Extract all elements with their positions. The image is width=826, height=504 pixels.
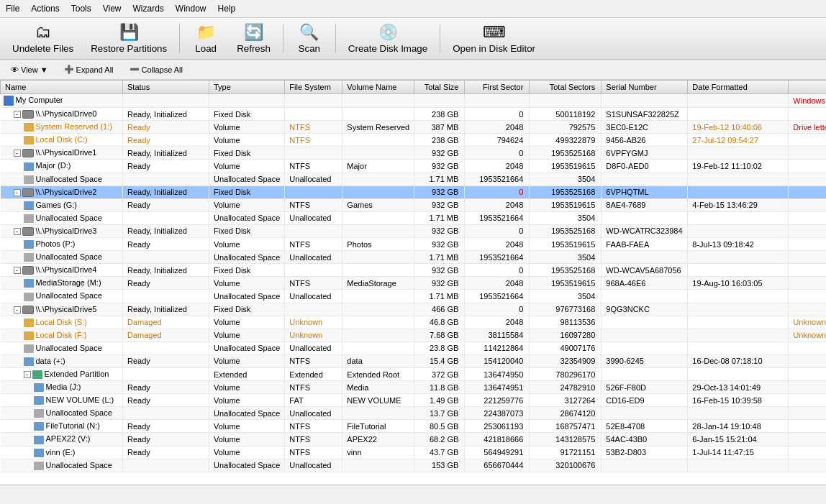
table-row[interactable]: -\\.\PhysicalDrive0Ready, InitializedFix… [1,108,827,121]
cell-firstsec: 114212864 [465,342,530,354]
table-row[interactable]: Media (J:)ReadyVolumeNTFSMedia11.8 GB136… [1,381,827,394]
table-row[interactable]: -\\.\PhysicalDrive4Ready, InitializedFix… [1,264,827,277]
cell-size: 68.2 GB [414,433,465,446]
table-row[interactable]: Unallocated SpaceUnallocated SpaceUnallo… [1,251,827,264]
collapse-all-icon: ➖ [130,65,140,74]
expand-btn[interactable]: - [14,306,21,313]
cell-size: 46.8 GB [414,316,465,329]
cell-serial: 53B2-D803 [602,446,688,459]
cell-size: 932 GB [414,160,465,173]
cell-type: Volume [209,329,285,342]
col-header-serial[interactable]: Serial Number [602,81,688,94]
table-row[interactable]: System Reserved (1:)ReadyVolumeNTFSSyste… [1,121,827,134]
table-row[interactable]: -Extended PartitionExtendedExtendedExten… [1,367,827,380]
collapse-all-button[interactable]: ➖ Collapse All [123,63,189,76]
table-row[interactable]: data (+:)ReadyVolumeNTFSdata15.4 GB15412… [1,354,827,367]
open-disk-editor-button[interactable]: ⌨ Open in Disk Editor [445,20,543,57]
col-header-status[interactable]: Status [123,81,209,94]
table-row[interactable]: MediaStorage (M:)ReadyVolumeNTFSMediaSto… [1,277,827,290]
table-row[interactable]: Photos (P:)ReadyVolumeNTFSPhotos932 GB20… [1,238,827,251]
col-header-size[interactable]: Total Size [414,81,465,94]
cell-status: Ready [123,160,209,173]
table-row[interactable]: My ComputerWindows 7, Ultimate 6 [1,94,827,108]
cell-extra [789,277,826,290]
table-row[interactable]: Unallocated SpaceUnallocated SpaceUnallo… [1,173,827,185]
cell-status: Ready, Initialized [123,303,209,316]
cell-size: 932 GB [414,238,465,251]
table-row[interactable]: Local Disk (S:)DamagedVolumeUnknown46.8 … [1,316,827,329]
table-row[interactable]: Unallocated SpaceUnallocated SpaceUnallo… [1,290,827,303]
table-row[interactable]: Local Disk (C:)ReadyVolumeNTFS238 GB7946… [1,134,827,147]
cell-firstsec: 1953521664 [465,251,530,264]
col-header-totalsec[interactable]: Total Sectors [530,81,602,94]
col-header-firstsec[interactable]: First Sector [465,81,530,94]
cell-fs: Unallocated [285,290,342,303]
table-row[interactable]: FileTutorial (N:)ReadyVolumeNTFSFileTuto… [1,420,827,433]
menu-tools[interactable]: Tools [65,1,97,16]
menu-window[interactable]: Window [170,1,212,16]
col-header-extra[interactable] [789,81,826,94]
expand-btn[interactable]: - [14,111,21,118]
cell-volname [342,147,414,160]
scan-label: Scan [299,43,320,54]
cell-size: 15.4 GB [414,354,465,367]
expand-all-button[interactable]: ➕ Expand All [58,63,120,76]
cell-date [688,108,789,121]
table-row[interactable]: -\\.\PhysicalDrive5Ready, InitializedFix… [1,303,827,316]
cell-status: Ready [123,238,209,251]
table-row[interactable]: Unallocated SpaceUnallocated SpaceUnallo… [1,459,827,472]
cell-volname: vinn [342,446,414,459]
expand-btn[interactable]: - [14,189,21,196]
cell-firstsec: 221259776 [465,394,530,407]
table-row[interactable]: -\\.\PhysicalDrive3Ready, InitializedFix… [1,224,827,237]
table-row[interactable]: Games (G:)ReadyVolumeNTFSGames932 GB2048… [1,198,827,211]
vol-good-icon [24,162,34,171]
menu-wizards[interactable]: Wizards [127,1,170,16]
expand-btn[interactable]: - [14,150,21,157]
table-row[interactable]: Major (D:)ReadyVolumeNTFSMajor932 GB2048… [1,160,827,173]
expand-btn[interactable]: - [24,371,31,378]
menu-file[interactable]: File [0,1,25,16]
cell-name: Media (J:) [1,381,123,394]
cell-date [688,303,789,316]
refresh-button[interactable]: 🔄 Refresh [229,20,278,57]
table-row[interactable]: Unallocated SpaceUnallocated SpaceUnallo… [1,342,827,354]
table-row[interactable]: -\\.\PhysicalDrive2Ready, InitializedFix… [1,185,827,198]
cell-firstsec: 0 [465,108,530,121]
menu-help[interactable]: Help [212,1,242,16]
cell-totalsec: 168757471 [530,420,602,433]
table-row[interactable]: Local Disk (F:)DamagedVolumeUnknown7.68 … [1,329,827,342]
table-row[interactable]: NEW VOLUME (L:)ReadyVolumeFATNEW VOLUME1… [1,394,827,407]
cell-date [688,264,789,277]
table-row[interactable]: Unallocated SpaceUnallocated SpaceUnallo… [1,211,827,224]
undelete-files-button[interactable]: 🗂 Undelete Files [4,20,81,57]
cell-volname [342,173,414,185]
create-disk-image-button[interactable]: 💿 Create Disk Image [340,20,435,57]
load-button[interactable]: 📁 Load [184,20,227,57]
table-row[interactable]: -\\.\PhysicalDrive1Ready, InitializedFix… [1,147,827,160]
col-header-fs[interactable]: File System [285,81,342,94]
view-button[interactable]: 👁 View ▼ [4,63,55,76]
expand-btn[interactable]: - [14,228,21,235]
cell-volname: APEX22 [342,433,414,446]
menu-view[interactable]: View [97,1,127,16]
col-header-name[interactable]: Name [1,81,123,94]
scan-button[interactable]: 🔍 Scan [288,20,331,57]
cell-totalsec: 1953519615 [530,277,602,290]
restore-partitions-button[interactable]: 💾 Restore Partitions [83,20,175,57]
cell-size: 932 GB [414,277,465,290]
cell-status [123,407,209,420]
table-row[interactable]: APEX22 (V:)ReadyVolumeNTFSAPEX2268.2 GB4… [1,433,827,446]
menu-actions[interactable]: Actions [25,1,65,16]
cell-serial: D8F0-AED0 [602,160,688,173]
expand-btn[interactable]: - [14,267,21,274]
vol-good-icon [24,201,34,210]
col-header-volname[interactable]: Volume Name [342,81,414,94]
table-row[interactable]: vinn (E:)ReadyVolumeNTFSvinn43.7 GB56494… [1,446,827,459]
col-header-type[interactable]: Type [209,81,285,94]
col-header-date[interactable]: Date Formatted [688,81,789,94]
cell-status [123,459,209,472]
cell-name: FileTutorial (N:) [1,420,123,433]
table-row[interactable]: Unallocated SpaceUnallocated SpaceUnallo… [1,407,827,420]
vol-good-icon [34,383,44,392]
